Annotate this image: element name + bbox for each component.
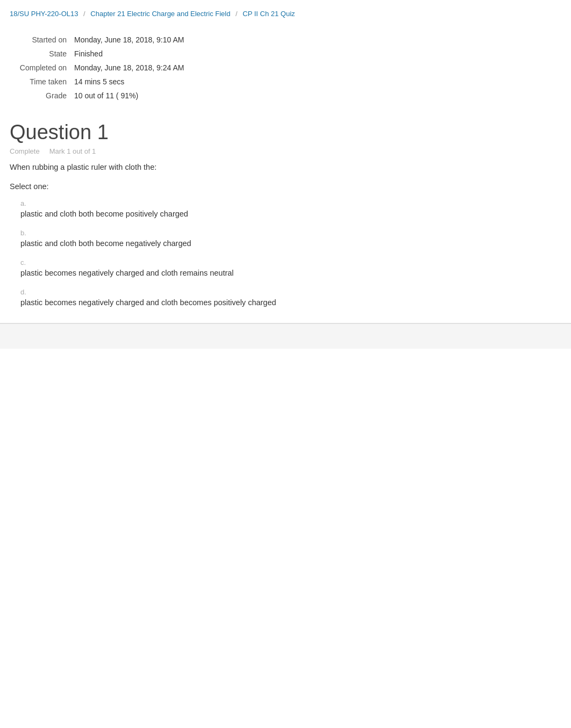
question-status: Complete (10, 147, 40, 155)
option-text: plastic becomes negatively charged and c… (20, 269, 561, 277)
select-one-label: Select one: (10, 182, 561, 191)
info-row: Completed onMonday, June 18, 2018, 9:24 … (10, 61, 192, 75)
info-label: Started on (10, 33, 74, 47)
option-text: plastic becomes negatively charged and c… (20, 298, 561, 307)
option-text: plastic and cloth both become positively… (20, 210, 561, 218)
options-container: a.plastic and cloth both become positive… (10, 199, 561, 307)
info-label: Time taken (10, 75, 74, 89)
info-label: State (10, 47, 74, 61)
answer-option: b.plastic and cloth both become negative… (10, 229, 561, 248)
info-row: StateFinished (10, 47, 192, 61)
info-row: Started onMonday, June 18, 2018, 9:10 AM (10, 33, 192, 47)
question-section: Question 1 Complete Mark 1 out of 1 When… (0, 108, 571, 307)
info-label: Grade (10, 89, 74, 103)
info-value: Finished (74, 47, 192, 61)
breadcrumb-sep-1: / (83, 10, 87, 18)
breadcrumb-link-3[interactable]: CP II Ch 21 Quiz (242, 10, 295, 18)
info-row: Grade10 out of 11 ( 91%) (10, 89, 192, 103)
breadcrumb: 18/SU PHY-220-OL13 / Chapter 21 Electric… (0, 0, 571, 23)
question-mark: Mark 1 out of 1 (49, 147, 96, 155)
info-label: Completed on (10, 61, 74, 75)
info-table: Started onMonday, June 18, 2018, 9:10 AM… (10, 33, 192, 103)
bottom-bar (0, 323, 571, 349)
question-title: Question 1 (10, 121, 561, 144)
breadcrumb-link-1[interactable]: 18/SU PHY-220-OL13 (10, 10, 78, 18)
option-letter: c. (20, 258, 561, 266)
option-text: plastic and cloth both become negatively… (20, 239, 561, 248)
answer-option: a.plastic and cloth both become positive… (10, 199, 561, 218)
answer-option: d.plastic becomes negatively charged and… (10, 288, 561, 307)
info-value: Monday, June 18, 2018, 9:24 AM (74, 61, 192, 75)
answer-option: c.plastic becomes negatively charged and… (10, 258, 561, 277)
info-row: Time taken14 mins 5 secs (10, 75, 192, 89)
option-letter: a. (20, 199, 561, 207)
option-letter: b. (20, 229, 561, 237)
breadcrumb-sep-2: / (235, 10, 239, 18)
breadcrumb-link-2[interactable]: Chapter 21 Electric Charge and Electric … (90, 10, 230, 18)
info-value: Monday, June 18, 2018, 9:10 AM (74, 33, 192, 47)
question-meta: Complete Mark 1 out of 1 (10, 147, 561, 155)
info-value: 10 out of 11 ( 91%) (74, 89, 192, 103)
info-value: 14 mins 5 secs (74, 75, 192, 89)
question-text: When rubbing a plastic ruler with cloth … (10, 163, 561, 171)
option-letter: d. (20, 288, 561, 296)
